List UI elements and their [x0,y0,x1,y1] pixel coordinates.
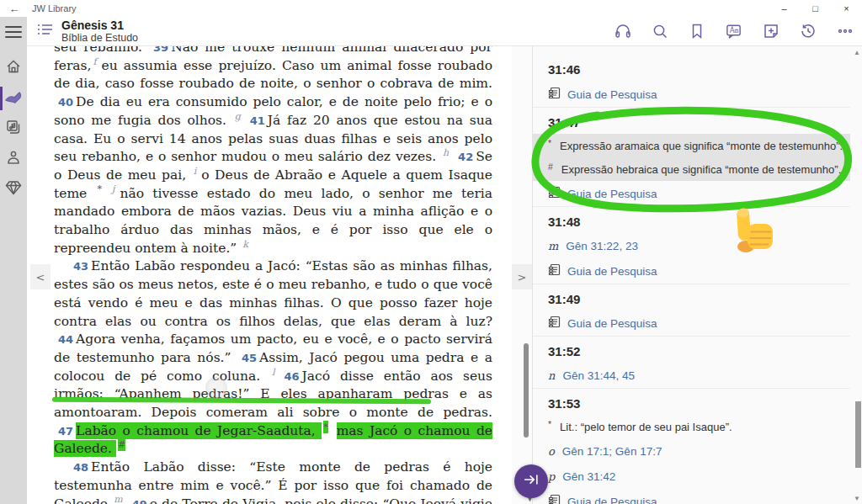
research-guide-link[interactable]: Guia de Pesquisa [533,310,850,336]
bible-icon [4,89,23,108]
verse-number[interactable]: 46 [284,370,299,383]
cross-reference-link[interactable]: nGên 31:44, 45 [533,363,850,388]
nav-bible[interactable] [0,83,27,114]
gem-icon [5,180,22,199]
left-nav-rail [0,17,27,504]
verse-heading: 31:47 [533,107,850,134]
verse-number[interactable]: 47 [58,425,73,438]
nav-publications[interactable] [0,114,27,144]
verse-text: não tivesse estado do meu lado, o senhor… [54,186,492,256]
verse-number[interactable]: 43 [73,260,88,273]
footnote-symbol[interactable]: * [323,422,328,432]
minimize-button[interactable]: – [769,0,800,17]
collapse-panel-left-button[interactable]: < [30,264,51,289]
app-window: ← JW Library – □ × Gênesis 31 Bíblia de … [0,0,862,504]
verse-heading: 31:48 [533,206,850,233]
research-guide-link[interactable]: Guia de Pesquisa [533,181,850,206]
chapter-outline-icon[interactable] [37,23,53,40]
add-note-icon[interactable] [762,23,780,40]
footnote-marker[interactable]: g [235,111,241,122]
footnote-marker[interactable]: f [93,56,96,67]
language-icon[interactable]: Á⧉ [725,23,742,40]
research-guide-icon [548,263,561,279]
pane-scroll-down-arrow[interactable]: ▼ [854,495,860,502]
cross-reference-link[interactable]: mGên 31:22, 23 [533,233,850,258]
cross-reference-link[interactable]: oGên 17:1; Gên 17:7 [533,438,850,464]
jump-to-current-button[interactable] [514,464,548,498]
footnote-symbol[interactable]: # [118,439,125,450]
publications-icon [5,119,22,139]
footnote-entry: *Expressão aramaica que significa “monte… [533,134,850,157]
research-guide-icon [548,494,561,504]
titlebar: ← JW Library – □ × [0,0,862,17]
nav-ministry[interactable] [0,144,27,174]
header: Gênesis 31 Bíblia de Estudo Á⧉ [27,17,862,46]
footnote-entry: *Lit.: “pelo temor de seu pai Isaque”. [533,415,850,438]
menu-icon[interactable] [0,17,27,46]
research-guide-icon [548,186,561,201]
footnote-marker[interactable]: j [112,183,114,194]
page-subtitle: Bíblia de Estudo [61,32,138,44]
bible-paragraph: 48Então Labão disse: “Este monte de pedr… [54,459,492,504]
verse-heading: 31:46 [533,55,850,82]
bible-paragraph: seu rebanho. 39Não me trouxe nenhum anim… [54,46,492,257]
verse-number[interactable]: 44 [58,333,73,346]
verse-number[interactable]: 48 [73,461,88,474]
app-title: JW Library [29,3,769,13]
window-controls: – □ × [769,0,862,17]
verse-number[interactable]: 49 [132,498,147,504]
footnote-entry: #Expressão hebraica que significa “monte… [533,157,850,181]
research-guide-link[interactable]: Guia de Pesquisa [533,82,850,107]
maximize-button[interactable]: □ [800,0,831,17]
history-icon[interactable] [799,23,817,40]
pane-scroll-up-arrow[interactable]: ▲ [854,49,860,56]
nav-home[interactable] [0,53,27,83]
research-guide-link[interactable]: Guia de Pesquisa [533,489,850,504]
bible-article: seu rebanho. 39Não me trouxe nenhum anim… [27,46,512,504]
more-options-icon[interactable] [836,23,854,40]
verse-number[interactable]: 40 [58,96,73,109]
close-button[interactable]: × [831,0,862,17]
study-pane: 31:46Guia de Pesquisa31:47*Expressão ara… [532,46,862,504]
home-icon [5,58,22,78]
bookmark-icon[interactable] [688,23,705,40]
study-pane-entries: 31:46Guia de Pesquisa31:47*Expressão ara… [533,46,862,504]
nav-study[interactable] [0,174,27,204]
verse-number[interactable]: 41 [250,114,265,127]
cross-reference-link[interactable]: pGên 31:42 [533,464,850,489]
verse-number[interactable]: 45 [242,352,257,364]
verse-number[interactable]: 42 [458,151,473,163]
svg-text:Á⧉: Á⧉ [730,25,739,34]
footnote-marker[interactable]: k [242,239,248,250]
verse-heading: 31:49 [533,284,850,310]
search-icon[interactable] [651,23,668,40]
research-guide-icon [548,87,561,102]
header-toolbar: Á⧉ [614,23,862,40]
verse-heading: 31:53 [533,388,850,415]
arrow-to-bar-icon [523,472,540,491]
research-guide-link[interactable]: Guia de Pesquisa [533,258,850,284]
research-guide-icon [548,316,561,331]
bible-text-panel: seu rebanho. 39Não me trouxe nenhum anim… [27,46,512,504]
ministry-icon [5,149,22,169]
pane-scrollbar-thumb[interactable] [855,401,861,468]
bible-paragraph: 43Então Labão respondeu a Jacó: “Estas s… [54,257,492,459]
footnote-marker[interactable]: l [272,367,275,378]
headphones-icon[interactable] [614,23,631,40]
footnote-marker[interactable]: h [443,147,449,158]
footnote-marker[interactable]: m [114,494,122,504]
footnote-symbol[interactable]: * [98,183,103,194]
verse-number[interactable]: 39 [153,46,168,54]
footnote-marker[interactable]: i [194,166,197,177]
verse-text: Então Labão respondeu a Jacó: “Estas são… [54,258,492,328]
expand-panel-right-button[interactable]: > [512,264,532,289]
verse-text: eu assumia esse prejuízo. Caso um animal… [54,58,492,92]
back-button[interactable]: ← [0,3,29,15]
main-scrollbar-thumb[interactable] [524,343,529,438]
verse-text: seu rebanho. [54,46,149,55]
verse-heading: 31:52 [533,336,850,363]
page-title: Gênesis 31 [61,19,138,32]
publication-title-block[interactable]: Gênesis 31 Bíblia de Estudo [61,19,138,44]
verse-text: Labão o chamou de Jegar-Saaduta, [76,423,322,438]
